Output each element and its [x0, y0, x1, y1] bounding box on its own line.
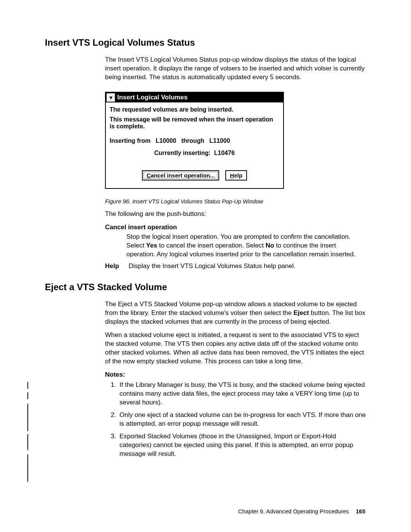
range-to: L11000: [209, 137, 230, 144]
document-page: Insert VTS Logical Volumes Status The In…: [0, 0, 411, 532]
text-run: to cancel the insert operation. Select: [157, 242, 265, 249]
footer-chapter: Chapter 6. Advanced Operating Procedures: [238, 508, 349, 514]
eject-bold: Eject: [293, 309, 309, 316]
pb-cancel-term: Cancel insert operation: [105, 223, 366, 232]
section-intro: The Insert VTS Logical Volumes Status po…: [105, 56, 366, 82]
pushbuttons-intro-text: The following are the push-buttons:: [105, 210, 366, 219]
note-item: Exported Stacked Volumes (those in the U…: [118, 432, 366, 459]
mnemonic: H: [230, 172, 234, 179]
yes-bold: Yes: [146, 242, 157, 249]
button-label-rest: ancel insert operation...: [151, 172, 215, 179]
cancel-insert-operation-button[interactable]: Cancel insert operation...: [142, 170, 219, 181]
note-item: If the Library Manager is busy, the VTS …: [118, 381, 366, 407]
footer-page-number: 165: [356, 508, 365, 514]
insert-logical-volumes-popup: ▾ Insert Logical Volumes The requested v…: [105, 92, 284, 189]
change-bar: [27, 404, 28, 431]
figure-caption: Figure 96. Insert VTS Logical Volumes St…: [105, 198, 366, 204]
popup-title: Insert Logical Volumes: [117, 94, 188, 101]
section-heading-eject: Eject a VTS Stacked Volume: [45, 282, 366, 292]
notes-block: Notes: If the Library Manager is busy, t…: [105, 371, 366, 458]
popup-range-line: Inserting from L10000 through L11000: [110, 137, 279, 144]
pushbutton-definitions: Cancel insert operation Stop the logical…: [105, 223, 366, 271]
pb-cancel-desc: Stop the logical insert operation. You a…: [126, 233, 366, 259]
change-bar: [27, 392, 28, 399]
no-bold: No: [266, 242, 274, 249]
eject-p2: When a stacked volume eject is initiated…: [105, 331, 366, 366]
range-prefix: Inserting from: [110, 137, 151, 144]
notes-list: If the Library Manager is busy, the VTS …: [105, 381, 366, 459]
popup-message: This message will be removed when the in…: [110, 116, 279, 130]
popup-status-line: The requested volumes are being inserted…: [110, 106, 279, 113]
eject-body: The Eject a VTS Stacked Volume pop-up wi…: [105, 300, 366, 366]
pb-help-term: Help: [105, 262, 122, 271]
section-heading-insert-status: Insert VTS Logical Volumes Status: [45, 37, 366, 48]
popup-current-line: Currently inserting: L10476: [110, 150, 279, 157]
pb-help-desc: Display the Insert VTS Logical Volumes S…: [129, 262, 366, 271]
popup-titlebar: ▾ Insert Logical Volumes: [106, 93, 283, 102]
notes-heading: Notes:: [105, 371, 366, 379]
pb-help-row: Help Display the Insert VTS Logical Volu…: [105, 262, 366, 271]
current-prefix: Currently inserting:: [154, 150, 210, 156]
eject-p1: The Eject a VTS Stacked Volume pop-up wi…: [105, 300, 366, 326]
intro-paragraph: The Insert VTS Logical Volumes Status po…: [105, 56, 366, 82]
change-bar: [27, 434, 28, 450]
popup-button-row: Cancel insert operation... Help: [110, 168, 279, 182]
note-item: Only one eject of a stacked volume can b…: [118, 411, 366, 428]
range-from: L10000: [156, 137, 176, 144]
change-bar: [27, 454, 28, 482]
pushbuttons-intro: The following are the push-buttons:: [105, 210, 366, 219]
popup-body: The requested volumes are being inserted…: [106, 102, 283, 188]
popup-figure: ▾ Insert Logical Volumes The requested v…: [105, 92, 284, 189]
range-mid: through: [182, 137, 204, 144]
mnemonic: C: [147, 172, 151, 179]
button-label-rest: elp: [234, 172, 242, 179]
page-footer: Chapter 6. Advanced Operating Procedures…: [238, 508, 365, 514]
window-system-menu-icon[interactable]: ▾: [107, 93, 115, 102]
current-volser: L10476: [214, 150, 235, 156]
help-button[interactable]: Help: [225, 170, 247, 181]
change-bar: [27, 382, 28, 389]
